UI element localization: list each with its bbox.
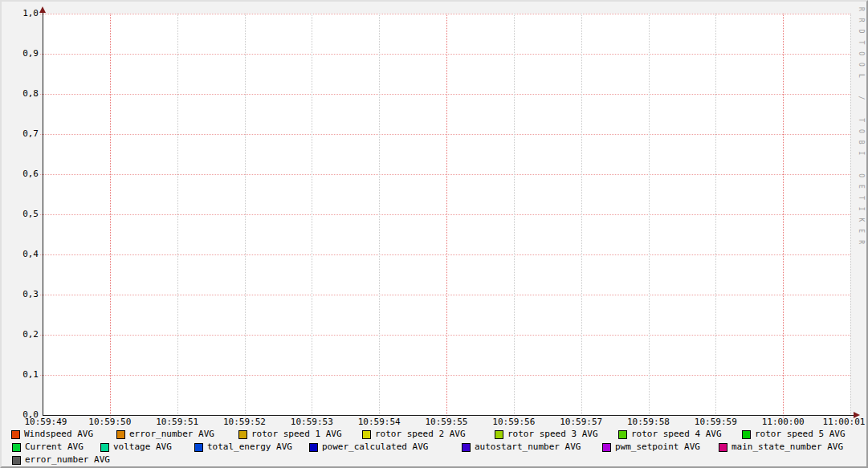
legend-item: rotor speed 3 AVG — [495, 429, 598, 439]
legend-label: total_energy AVG — [207, 442, 292, 452]
legend-swatch — [12, 443, 21, 452]
gridline-vertical-minor — [850, 14, 851, 417]
legend-item: rotor speed 2 AVG — [362, 429, 466, 439]
legend-item: autostart_number AVG — [462, 442, 581, 452]
gridline-horizontal-major — [40, 375, 850, 376]
y-tick-label: 0,3 — [2, 290, 39, 299]
legend-swatch — [11, 430, 20, 439]
y-tick-label: 1,0 — [2, 9, 39, 18]
rrd-graph: 1,00,90,80,70,60,50,40,30,20,10,0 10:59:… — [0, 0, 868, 468]
gridline-horizontal-major — [40, 14, 850, 14]
y-tick-label: 0,9 — [2, 49, 39, 59]
legend-label: error_number AVG — [129, 429, 214, 439]
x-tick-label: 10:59:50 — [78, 417, 142, 427]
gridline-vertical-minor — [177, 14, 178, 417]
x-tick-label: 10:59:53 — [279, 417, 344, 427]
x-tick-label: 10:59:57 — [549, 417, 613, 427]
gridline-vertical-major — [783, 14, 784, 417]
legend-item: power_calculated AVG — [309, 442, 428, 452]
gridline-vertical-major — [446, 14, 447, 417]
y-tick-label: 0,7 — [2, 129, 39, 139]
legend-item: rotor speed 4 AVG — [618, 429, 722, 439]
gridline-horizontal-major — [40, 335, 850, 336]
x-axis-line — [43, 415, 854, 416]
legend-label: voltage AVG — [113, 442, 172, 452]
legend-label: rotor speed 1 AVG — [251, 429, 342, 439]
legend-swatch — [495, 430, 503, 439]
x-tick-label: 10:59:58 — [617, 417, 681, 427]
x-tick-label: 10:59:59 — [683, 417, 748, 427]
gridline-vertical-minor — [379, 14, 380, 417]
legend-label: autostart_number AVG — [475, 442, 581, 452]
gridline-horizontal-major — [40, 214, 850, 215]
legend-label: rotor speed 5 AVG — [755, 429, 846, 439]
watermark: RRDTOOL / TOBI OETIKER — [858, 7, 865, 251]
gridline-vertical-minor — [581, 14, 582, 417]
legend-swatch — [362, 430, 371, 439]
x-tick-label: 10:59:51 — [145, 417, 210, 427]
legend-item: total_energy AVG — [194, 442, 292, 452]
legend-item: voltage AVG — [100, 442, 172, 452]
legend-swatch — [602, 443, 611, 452]
gridline-horizontal-major — [40, 94, 850, 95]
gridline-vertical-minor — [312, 14, 312, 417]
legend-item: main_state_number AVG — [719, 442, 843, 452]
legend-label: error_number AVG — [25, 455, 110, 465]
gridline-vertical-minor — [514, 14, 515, 417]
x-tick-label: 10:59:56 — [482, 417, 546, 427]
legend-swatch — [719, 443, 727, 452]
legend-item: pwm_setpoint AVG — [602, 442, 700, 452]
legend-swatch — [116, 430, 125, 439]
gridline-vertical-major — [110, 14, 111, 417]
legend-item: error_number AVG — [12, 455, 110, 465]
legend-label: rotor speed 3 AVG — [507, 429, 598, 439]
legend-item: Current AVG — [12, 442, 84, 452]
legend-label: power_calculated AVG — [322, 442, 428, 452]
y-tick-label: 0,4 — [2, 250, 39, 259]
legend-item: rotor speed 1 AVG — [238, 429, 342, 439]
y-tick-label: 0,2 — [2, 330, 39, 340]
y-tick-label: 0,8 — [2, 89, 39, 99]
x-tick-label: 10:59:52 — [213, 417, 277, 427]
gridline-vertical-minor — [245, 14, 246, 417]
gridline-horizontal-major — [40, 134, 850, 135]
y-tick-label: 0,1 — [2, 370, 39, 380]
x-tick-label: 10:59:54 — [347, 417, 411, 427]
gridline-horizontal-major — [40, 295, 850, 295]
legend-label: main_state_number AVG — [731, 442, 843, 452]
legend-item: rotor speed 5 AVG — [742, 429, 846, 439]
legend-label: pwm_setpoint AVG — [615, 442, 700, 452]
legend-swatch — [462, 443, 471, 452]
legend-swatch — [309, 443, 318, 452]
y-axis-line — [43, 10, 43, 416]
gridline-vertical-minor — [649, 14, 650, 417]
legend-label: rotor speed 4 AVG — [631, 429, 722, 439]
x-tick-label: 11:00:00 — [751, 417, 815, 427]
legend-item: Windspeed AVG — [11, 429, 93, 439]
legend-label: Current AVG — [25, 442, 84, 452]
x-tick-label: 11:00:01 — [812, 417, 868, 427]
y-tick-label: 0,6 — [2, 169, 39, 179]
y-tick-label: 0,5 — [2, 210, 39, 219]
legend-swatch — [194, 443, 203, 452]
legend-swatch — [100, 443, 109, 452]
x-tick-label: 10:59:55 — [414, 417, 479, 427]
legend-label: Windspeed AVG — [24, 429, 93, 439]
legend-swatch — [238, 430, 247, 439]
legend-swatch — [12, 456, 21, 465]
x-tick-label: 10:59:49 — [14, 417, 78, 427]
legend-item: error_number AVG — [116, 429, 214, 439]
legend-swatch — [618, 430, 627, 439]
legend-label: rotor speed 2 AVG — [375, 429, 466, 439]
legend-swatch — [742, 430, 751, 439]
gridline-vertical-minor — [715, 14, 716, 417]
gridline-horizontal-major — [40, 254, 850, 255]
gridline-horizontal-major — [40, 174, 850, 175]
gridline-horizontal-major — [40, 54, 850, 55]
y-axis-arrow-icon — [39, 6, 46, 13]
